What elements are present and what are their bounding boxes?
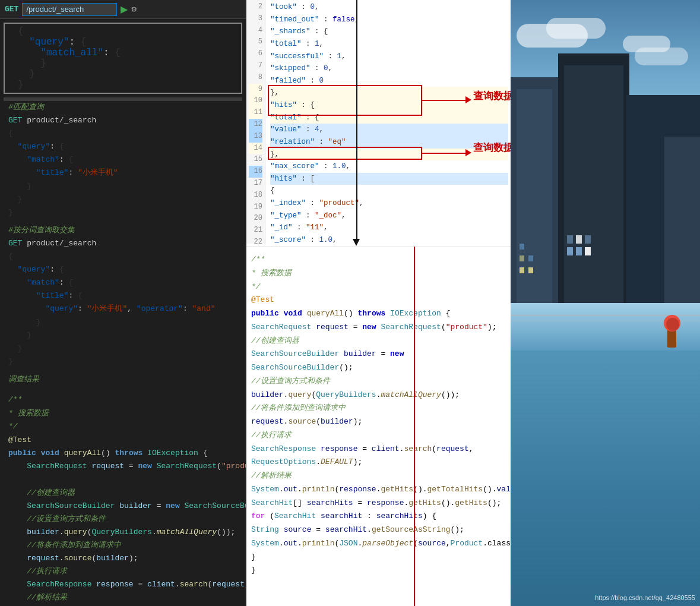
line-numbers: 23456 789 1011 1213 14 1516 171819 20212…	[246, 0, 265, 244]
left-panel: GET ▶ ⚙ { "query": { "match_all": { } } …	[0, 0, 246, 606]
doc-comment-1: /**	[0, 393, 246, 407]
operator-get: GET product/_search	[0, 237, 246, 250]
red-vertical-line	[414, 247, 415, 606]
bc-doc3: */	[251, 280, 506, 294]
bc-method-close: }	[251, 564, 506, 577]
bc-print-total: System.out.println(response.getHits().ge…	[251, 483, 506, 497]
blank-1	[0, 474, 246, 487]
json-line-18: "_index" : "product",	[270, 197, 508, 210]
watermark: https://blog.csdn.net/qq_42480555	[595, 594, 695, 601]
doc-comment-2: * 搜索数据	[0, 407, 246, 421]
match-body-4: "title": "小米手机"	[0, 166, 246, 179]
match-body-7: }	[0, 206, 246, 219]
bc-comment-parse: //解析结果	[251, 469, 506, 483]
json-line-14: },	[270, 149, 508, 161]
query-line-3: "match_all": {	[9, 48, 236, 58]
json-line-12: "value" : 4,	[270, 124, 508, 136]
config-icon[interactable]: ⚙	[131, 4, 136, 14]
bc-source-string: String source = searchHit.getSourceAsStr…	[251, 523, 506, 537]
comment-execute: //执行请求	[0, 565, 246, 578]
line-response: SearchResponse response = client.search(…	[0, 578, 246, 591]
doc-comment-3: */	[0, 420, 246, 434]
json-line-9: },	[270, 87, 508, 99]
json-line-5: "total" : 1,	[270, 38, 508, 50]
query-line-1: {	[9, 26, 236, 37]
json-content: "took" : 0, "timed_out" : false, "_shard…	[268, 0, 511, 244]
bc-print-json: System.out.println(JSON.parseObject(sour…	[251, 537, 506, 551]
json-line-20: "_id" : "11",	[270, 222, 508, 234]
match-body-2: "query": {	[0, 140, 246, 153]
match-body-1: {	[0, 127, 246, 140]
bc-method-sig: public void queryAll() throws IOExceptio…	[251, 307, 506, 321]
http-method: GET	[5, 5, 18, 14]
bc-comment-exec: //执行请求	[251, 429, 506, 443]
json-line-21: "_score" : 1.0,	[270, 234, 508, 244]
op-body-1: {	[0, 250, 246, 263]
json-line-17: {	[270, 185, 508, 197]
response-area: 23456 789 1011 1213 14 1516 171819 20212…	[246, 0, 511, 244]
black-arrow-head	[353, 239, 360, 246]
annotation-line: @Test	[0, 434, 246, 447]
json-line-2: "took" : 0,	[270, 1, 508, 14]
bc-query: builder.query(QueryBuilders.matchAllQuer…	[251, 389, 506, 402]
query-line-4: }	[9, 58, 236, 69]
match-get: GET product/_search	[0, 114, 246, 127]
op-body-7: }	[0, 329, 246, 342]
bc-for: for (SearchHit searchHit : searchHits) {	[251, 510, 506, 523]
op-body-8: }	[0, 342, 246, 355]
bc-request: SearchRequest request = new SearchReques…	[251, 321, 506, 334]
bc-search-hits: SearchHit[] searchHits = response.getHit…	[251, 497, 506, 510]
json-line-15: "max_score" : 1.0,	[270, 160, 508, 173]
json-line-3: "timed_out" : false,	[270, 14, 508, 26]
json-line-7: "skipped" : 0,	[270, 62, 508, 75]
run-button[interactable]: ▶	[121, 4, 128, 15]
bc-for-close: }	[251, 551, 506, 564]
url-input[interactable]	[22, 3, 117, 16]
bc-comment-add: //将条件添加到查询请求中	[251, 402, 506, 415]
bc-doc1: /**	[251, 253, 506, 267]
right-panel: https://blog.csdn.net/qq_42480555	[511, 0, 700, 606]
bc-comment-builder: //创建查询器	[251, 334, 506, 348]
method-sig: public void queryAll() throws IOExceptio…	[0, 447, 246, 460]
bc-annotation: @Test	[251, 293, 506, 307]
comment-add-condition: //将条件添加到查询请求中	[0, 539, 246, 552]
match-body-6: }	[0, 193, 246, 206]
query-line-2: "query": {	[9, 37, 236, 48]
match-body-3: "match": {	[0, 153, 246, 166]
bottom-code-area: /** * 搜索数据 */ @Test public void queryAll…	[246, 247, 511, 606]
match-comment: #匹配查询	[0, 101, 246, 114]
json-line-6: "successful" : 1,	[270, 50, 508, 63]
json-line-11: "total" : {	[270, 112, 508, 124]
op-body-2: "query": {	[0, 263, 246, 276]
query-line-6: }	[9, 80, 236, 90]
bc-response: SearchResponse response = client.search(…	[251, 443, 506, 470]
op-body-9: }	[0, 355, 246, 368]
json-line-4: "_shards" : {	[270, 26, 508, 38]
query-body: { "query": { "match_all": { } } }	[4, 23, 242, 94]
json-line-16: "hits" : [	[270, 173, 508, 185]
comment-builder: //创建查询器	[0, 487, 246, 500]
json-line-19: "_type" : "_doc",	[270, 210, 508, 222]
line-builder: SearchSourceBuilder builder = new Search…	[0, 500, 246, 513]
comment-query-set: //设置查询方式和条件	[0, 513, 246, 526]
bc-builder: SearchSourceBuilder builder = new Search…	[251, 348, 506, 375]
op-body-3: "match": {	[0, 276, 246, 289]
op-body-4: "title": {	[0, 289, 246, 302]
json-line-13: "relation" : "eq"	[270, 136, 508, 149]
line-query: builder.query(QueryBuilders.matchAllQuer…	[0, 526, 246, 539]
url-bar: GET ▶ ⚙	[0, 0, 246, 19]
match-body-5: }	[0, 180, 246, 193]
comment-parse: //解析结果	[0, 591, 246, 604]
operator-comment: #按分词查询取交集	[0, 224, 246, 237]
bc-comment-set: //设置查询方式和条件	[251, 375, 506, 389]
json-line-8: "failed" : 0	[270, 75, 508, 87]
black-vertical-arrow	[356, 0, 357, 244]
bc-doc2: * 搜索数据	[251, 267, 506, 280]
op-body-6: }	[0, 316, 246, 329]
json-line-10: "hits" : {	[270, 99, 508, 112]
bc-source: request.source(builder);	[251, 415, 506, 429]
op-body-5: "query": "小米手机", "operator": "and"	[0, 302, 246, 315]
line-request: SearchRequest request = new SearchReques…	[0, 460, 246, 473]
middle-panel: 23456 789 1011 1213 14 1516 171819 20212…	[246, 0, 511, 606]
line-source: request.source(builder);	[0, 552, 246, 565]
